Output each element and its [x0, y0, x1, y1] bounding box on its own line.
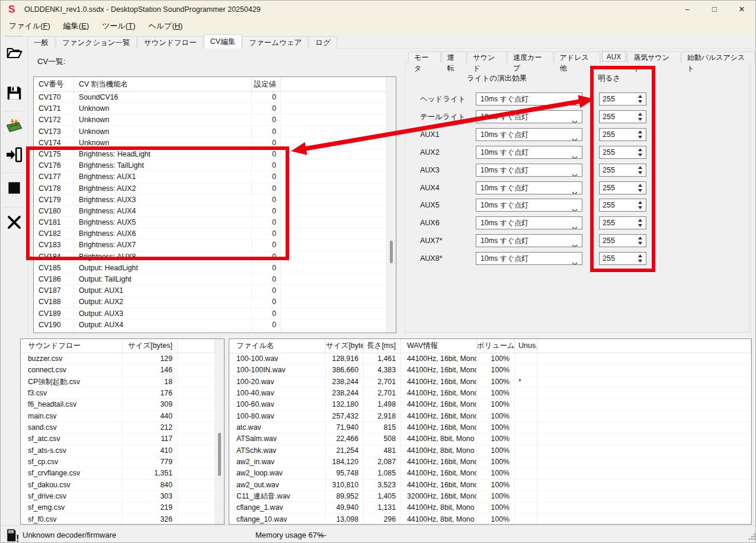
cv-row-cv170[interactable]: CV170SoundCV160 — [34, 92, 396, 103]
open-folder-button[interactable] — [2, 41, 26, 67]
aux-tab-start-pulse-assist[interactable]: 始動パルスアシスト — [681, 52, 755, 63]
soundflow-row[interactable]: sf_ats-s.csv410 — [21, 445, 224, 456]
effect-select-3[interactable]: 10ms すぐ点灯 — [476, 146, 582, 159]
soundflow-scrollbar-thumb[interactable] — [218, 433, 221, 476]
aux-tab-aux[interactable]: AUX — [601, 50, 627, 63]
wav-file-row[interactable]: 100-100.wav128,9161,46144100Hz, 16bit, M… — [229, 353, 751, 365]
wav-file-row[interactable]: 100-60.wav132,1801,49844100Hz, 16bit, Mo… — [229, 399, 751, 410]
soundflow-row[interactable]: sf_dakou.csv840 — [21, 480, 224, 491]
soundflow-filler-cell — [178, 468, 215, 478]
wav-file-row[interactable]: 100-100IN.wav386,6604,38344100Hz, 16bit,… — [229, 365, 751, 376]
soundflow-col-size[interactable]: サイズ[bytes] — [123, 339, 178, 353]
soundflow-row[interactable]: sf_crvflange.csv1,351 — [21, 468, 224, 479]
minimize-button[interactable]: – — [674, 1, 701, 18]
cv-row-cv171[interactable]: CV171Unknown0 — [34, 103, 396, 114]
effect-select-2[interactable]: 10ms すぐ点灯 — [476, 128, 582, 141]
tab-log[interactable]: ログ — [309, 36, 337, 49]
effect-select-6[interactable]: 10ms すぐ点灯 — [476, 199, 582, 212]
effect-select-7[interactable]: 10ms すぐ点灯 — [476, 216, 582, 229]
menu-tools[interactable]: ツール(T) — [95, 21, 142, 31]
effect-select-5[interactable]: 10ms すぐ点灯 — [476, 181, 582, 194]
cv-col-number[interactable]: CV番号 — [34, 77, 74, 91]
cv-row-cv191[interactable]: CV191Output: AUX50 — [34, 331, 396, 333]
files-col-name[interactable]: ファイル名 — [229, 339, 326, 353]
aux-tab-steam-sound[interactable]: 蒸気サウンド — [627, 52, 680, 63]
cv-row-cv173[interactable]: CV173Unknown0 — [34, 126, 396, 138]
files-col-unused[interactable]: Unus... — [515, 339, 537, 353]
soundflow-col-filler — [178, 339, 215, 353]
soundflow-row[interactable]: sf_cp.csv779 — [21, 456, 224, 468]
wav-file-row[interactable]: atc.wav71,94081544100Hz, 16bit, Mono100% — [229, 422, 751, 433]
cv-row-cv188[interactable]: CV188Output: AUX20 — [34, 296, 396, 308]
files-col-wavinfo[interactable]: WAV情報 — [401, 339, 477, 353]
cv-row-cv187[interactable]: CV187Output: AUX10 — [34, 285, 396, 296]
menu-help[interactable]: ヘルプ(H) — [142, 21, 189, 31]
files-col-length[interactable]: 長さ[ms] — [364, 339, 401, 353]
cv-table-scrollbar[interactable] — [386, 77, 396, 333]
soundflow-row[interactable]: buzzer.csv129 — [21, 353, 224, 365]
effect-select-8[interactable]: 10ms すぐ点灯 — [476, 234, 582, 247]
soundflow-row[interactable]: f6_headtail.csv309 — [21, 399, 224, 410]
effect-select-0[interactable]: 10ms すぐ点灯 — [476, 92, 582, 106]
soundflow-row[interactable]: sf_drive.csv303 — [21, 491, 224, 502]
effect-select-9[interactable]: 10ms すぐ点灯 — [476, 252, 582, 265]
soundflow-scrollbar[interactable] — [215, 339, 224, 524]
stop-button[interactable] — [2, 176, 26, 202]
effect-select-4[interactable]: 10ms すぐ点灯 — [476, 164, 582, 177]
toolbar-grip[interactable] — [5, 36, 23, 37]
wav-file-row[interactable]: 100-80.wav257,4322,91844100Hz, 16bit, Mo… — [229, 411, 751, 422]
cv-row-cv190[interactable]: CV190Output: AUX40 — [34, 320, 396, 331]
aux-tab-speed-curve[interactable]: 速度カーブ — [507, 52, 553, 63]
tab-general[interactable]: 一般 — [27, 36, 55, 49]
soundflow-row[interactable]: main.csv440 — [21, 411, 224, 422]
write-device-button[interactable] — [2, 143, 26, 169]
soundflow-row[interactable]: sand.csv212 — [21, 422, 224, 433]
aux-tab-sound[interactable]: サウンド — [467, 52, 507, 63]
soundflow-row[interactable]: sf_atc.csv117 — [21, 433, 224, 445]
cv-table-scrollbar-thumb[interactable] — [390, 241, 393, 263]
wav-file-row[interactable]: cflange_1.wav49,9401,13144100Hz, 8bit, M… — [229, 502, 751, 513]
wav-file-row[interactable]: C11_連結音.wav89,9521,40532000Hz, 16bit, Mo… — [229, 491, 751, 502]
cv-col-value[interactable]: 設定値 — [252, 77, 281, 91]
effect-select-1[interactable]: 10ms すぐ点灯 — [476, 110, 582, 123]
tab-cv-edit[interactable]: CV編集 — [204, 34, 242, 49]
tab-soundflow[interactable]: サウンドフロー — [137, 36, 203, 49]
resize-grip[interactable] — [748, 532, 756, 543]
aux-tab-motor[interactable]: モータ — [408, 52, 441, 63]
wav-file-row[interactable]: aw2_loop.wav95,7481,08544100Hz, 16bit, M… — [229, 468, 751, 479]
files-col-volume[interactable]: ボリューム — [477, 339, 515, 353]
cv-row-cv189[interactable]: CV189Output: AUX30 — [34, 308, 396, 320]
cv-row-cv172[interactable]: CV172Unknown0 — [34, 114, 396, 126]
wav-file-row[interactable]: 100-40.wav238,2442,70144100Hz, 16bit, Mo… — [229, 388, 751, 399]
cv-row-cv185[interactable]: CV185Output: HeadLight0 — [34, 263, 396, 274]
menu-file[interactable]: ファイル(F) — [2, 21, 57, 31]
save-button[interactable] — [2, 81, 26, 107]
aux-tab-drive[interactable]: 運転 — [441, 52, 467, 63]
wav-file-row[interactable]: aw2_out.wav310,8103,52344100Hz, 16bit, M… — [229, 480, 751, 491]
cv-col-name[interactable]: CV 割当機能名 — [74, 77, 252, 91]
soundflow-row[interactable]: sf_f0.csv326 — [21, 514, 224, 525]
cv-row-cv186[interactable]: CV186Output: TailLight0 — [34, 274, 396, 285]
soundflow-row[interactable]: connect.csv146 — [21, 365, 224, 376]
tab-firmware[interactable]: ファームウェア — [242, 36, 308, 49]
soundflow-col-name[interactable]: サウンドフロー — [21, 339, 123, 353]
soundflow-row[interactable]: CP強制起動.csv18 — [21, 376, 224, 388]
firmware-chip-button[interactable] — [2, 114, 26, 140]
menu-edit[interactable]: 編集(E) — [57, 21, 95, 31]
wav-file-row[interactable]: cflange_10.wav13,09829644100Hz, 8bit, Mo… — [229, 514, 751, 525]
wav-file-row[interactable]: aw2_in.wav184,1202,08744100Hz, 16bit, Mo… — [229, 456, 751, 468]
wav-file-row[interactable]: ATSchk.wav21,25448144100Hz, 8bit, Mono10… — [229, 445, 751, 456]
tools-button[interactable] — [2, 210, 26, 237]
file-size-cell: 49,940 — [326, 502, 364, 513]
file-size-cell: 184,120 — [326, 456, 364, 467]
soundflow-row[interactable]: f3.csv176 — [21, 388, 224, 399]
wav-file-row[interactable]: 100-20.wav238,2442,70144100Hz, 16bit, Mo… — [229, 376, 751, 388]
tab-function-list[interactable]: ファンクション一覧 — [56, 36, 137, 49]
file-volume-cell: 100% — [477, 514, 515, 525]
files-col-size[interactable]: サイズ[bytes] — [326, 339, 364, 353]
close-button[interactable]: ✕ — [728, 1, 755, 18]
soundflow-row[interactable]: sf_emg.csv219 — [21, 502, 224, 513]
maximize-button[interactable]: □ — [701, 1, 728, 18]
wav-file-row[interactable]: ATSalm.wav22,46650844100Hz, 8bit, Mono10… — [229, 433, 751, 445]
aux-tab-address-etc[interactable]: アドレス他 — [554, 52, 600, 63]
